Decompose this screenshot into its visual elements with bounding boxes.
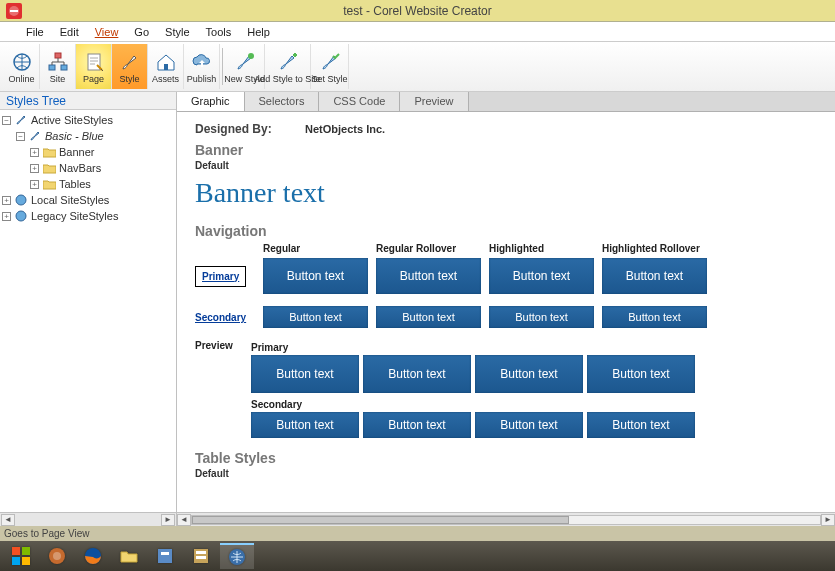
- menu-style[interactable]: Style: [157, 24, 197, 40]
- tool-online[interactable]: Online: [4, 44, 40, 89]
- preview-button[interactable]: Button text: [363, 355, 471, 393]
- nav-row-label-secondary[interactable]: Secondary: [195, 312, 246, 323]
- window-title: test - Corel Website Creator: [343, 4, 492, 18]
- tree-row-tables[interactable]: + Tables: [2, 176, 174, 192]
- svg-rect-12: [22, 547, 30, 555]
- brush-icon: [119, 50, 141, 74]
- scroll-track[interactable]: [191, 515, 821, 525]
- svg-rect-7: [164, 64, 168, 70]
- svg-rect-4: [49, 65, 55, 70]
- globe-icon: [11, 50, 33, 74]
- nav-button[interactable]: Button text: [489, 258, 594, 294]
- tool-add-style-to-site[interactable]: Add Style to Site: [265, 44, 311, 89]
- expand-icon[interactable]: +: [30, 164, 39, 173]
- collapse-icon[interactable]: −: [16, 132, 25, 141]
- tab-preview[interactable]: Preview: [400, 92, 468, 111]
- tree-row-banner[interactable]: + Banner: [2, 144, 174, 160]
- expand-icon[interactable]: +: [2, 212, 11, 221]
- taskbar-browser-icon[interactable]: [40, 543, 74, 569]
- toolbar-separator: [222, 48, 223, 85]
- menu-file[interactable]: File: [18, 24, 52, 40]
- svg-rect-21: [196, 551, 206, 554]
- nav-button[interactable]: Button text: [602, 258, 707, 294]
- menubar: File Edit View Go Style Tools Help: [0, 22, 835, 42]
- tool-style[interactable]: Style: [112, 44, 148, 89]
- brush-icon: [14, 114, 28, 126]
- expand-icon[interactable]: +: [2, 196, 11, 205]
- preview-button[interactable]: Button text: [475, 412, 583, 438]
- tool-publish[interactable]: Publish: [184, 44, 220, 89]
- col-highlighted-rollover: Highlighted Rollover: [602, 243, 707, 258]
- nav-button[interactable]: Button text: [263, 258, 368, 294]
- nav-row-label-primary[interactable]: Primary: [195, 266, 246, 287]
- designed-by-row: Designed By: NetObjects Inc.: [195, 122, 817, 136]
- svg-rect-13: [12, 557, 20, 565]
- expand-icon[interactable]: +: [30, 148, 39, 157]
- taskbar-app-icon-2[interactable]: [184, 543, 218, 569]
- tree-row-local-sitestyles[interactable]: + Local SiteStyles: [2, 192, 174, 208]
- tree-row-legacy-sitestyles[interactable]: + Legacy SiteStyles: [2, 208, 174, 224]
- brush-check-icon: [319, 50, 341, 74]
- preview-secondary-row: Button text Button text Button text Butt…: [251, 412, 817, 438]
- sidebar-title: Styles Tree: [0, 92, 176, 110]
- house-icon: [155, 50, 177, 74]
- sidebar-hscroll[interactable]: ◄ ►: [0, 512, 176, 526]
- start-button[interactable]: [4, 543, 38, 569]
- preview-button[interactable]: Button text: [587, 412, 695, 438]
- expand-icon[interactable]: +: [30, 180, 39, 189]
- menu-view[interactable]: View: [87, 24, 127, 40]
- taskbar-explorer-icon[interactable]: [112, 543, 146, 569]
- tree-row-navbars[interactable]: + NavBars: [2, 160, 174, 176]
- preview-button[interactable]: Button text: [587, 355, 695, 393]
- scroll-right-icon[interactable]: ►: [161, 514, 175, 526]
- preview-button[interactable]: Button text: [475, 355, 583, 393]
- tab-css-code[interactable]: CSS Code: [319, 92, 400, 111]
- preview-button[interactable]: Button text: [251, 355, 359, 393]
- nav-button[interactable]: Button text: [376, 258, 481, 294]
- taskbar-corel-icon[interactable]: [220, 543, 254, 569]
- tool-set-style[interactable]: Set Style: [311, 44, 349, 89]
- folder-icon: [42, 146, 56, 158]
- collapse-icon[interactable]: −: [2, 116, 11, 125]
- preview-button[interactable]: Button text: [251, 412, 359, 438]
- menu-tools[interactable]: Tools: [198, 24, 240, 40]
- svg-rect-19: [161, 552, 169, 555]
- folder-icon: [42, 162, 56, 174]
- scroll-thumb[interactable]: [192, 516, 569, 524]
- svg-rect-5: [61, 65, 67, 70]
- titlebar: test - Corel Website Creator: [0, 0, 835, 22]
- taskbar-app-icon[interactable]: [148, 543, 182, 569]
- menu-go[interactable]: Go: [126, 24, 157, 40]
- nav-button[interactable]: Button text: [489, 306, 594, 328]
- tree-row-active-sitestyles[interactable]: − Active SiteStyles: [2, 112, 174, 128]
- nav-button[interactable]: Button text: [602, 306, 707, 328]
- svg-point-16: [53, 552, 61, 560]
- tool-page[interactable]: Page: [76, 44, 112, 89]
- svg-point-9: [16, 195, 26, 205]
- styles-tree[interactable]: − Active SiteStyles − Basic - Blue + Ban…: [0, 110, 176, 512]
- preview-button[interactable]: Button text: [363, 412, 471, 438]
- nav-button[interactable]: Button text: [263, 306, 368, 328]
- tool-assets[interactable]: Assets: [148, 44, 184, 89]
- content-hscroll[interactable]: ◄ ►: [177, 512, 835, 526]
- folder-icon: [42, 178, 56, 190]
- table-styles-heading: Table Styles: [195, 450, 817, 466]
- tool-site[interactable]: Site: [40, 44, 76, 89]
- svg-rect-3: [55, 53, 61, 58]
- preview-block: Preview Primary Button text Button text …: [195, 340, 817, 444]
- toolbar: Online Site Page Style Assets Publish Ne…: [0, 42, 835, 92]
- menu-help[interactable]: Help: [239, 24, 278, 40]
- taskbar-firefox-icon[interactable]: [76, 543, 110, 569]
- menu-edit[interactable]: Edit: [52, 24, 87, 40]
- tree-row-basic-blue[interactable]: − Basic - Blue: [2, 128, 174, 144]
- scroll-left-icon[interactable]: ◄: [177, 514, 191, 526]
- navigation-grid: Regular Regular Rollover Highlighted Hig…: [195, 243, 817, 328]
- tab-selectors[interactable]: Selectors: [245, 92, 320, 111]
- tab-graphic[interactable]: Graphic: [177, 92, 245, 111]
- scroll-left-icon[interactable]: ◄: [1, 514, 15, 526]
- sitemap-icon: [47, 50, 69, 74]
- nav-button[interactable]: Button text: [376, 306, 481, 328]
- scroll-right-icon[interactable]: ►: [821, 514, 835, 526]
- statusbar: Goes to Page View: [0, 526, 835, 541]
- main-panel: Graphic Selectors CSS Code Preview Desig…: [177, 92, 835, 526]
